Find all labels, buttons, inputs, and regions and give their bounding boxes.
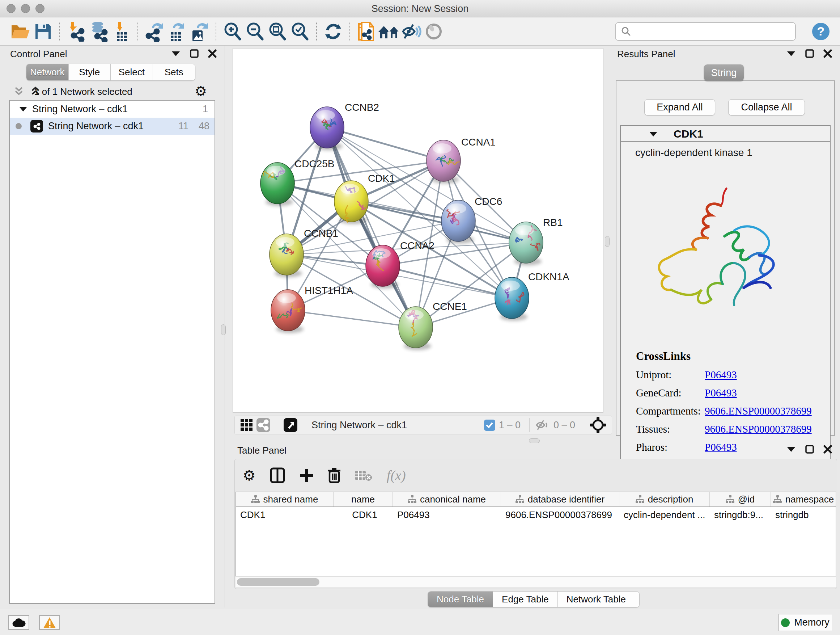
table-settings-gear-icon[interactable]: ⚙ [243, 468, 256, 483]
table-row[interactable]: CDK1CDK1P064939606.ENSP00000378699cyclin… [236, 507, 836, 523]
delete-trash-icon[interactable] [327, 467, 341, 484]
table-cell[interactable]: 9606.ENSP00000378699 [501, 507, 619, 523]
birdseye-view-button[interactable] [238, 417, 255, 433]
import-table-file-button[interactable] [110, 20, 133, 43]
selected-nodes-checkbox[interactable] [484, 420, 495, 431]
share-document-button[interactable] [355, 20, 378, 43]
crosslink-link[interactable]: 9606.ENSP00000378699 [705, 405, 812, 417]
cloud-status-button[interactable] [8, 615, 29, 630]
network-row[interactable]: String Network – cdk1 11 48 [10, 118, 215, 135]
import-network-file-button[interactable] [65, 20, 88, 43]
open-in-new-window-button[interactable] [282, 417, 299, 433]
hidden-eye-icon[interactable] [535, 419, 550, 431]
column-header-canonical-name[interactable]: canonical name [393, 492, 501, 507]
protein-structure-image [643, 173, 780, 307]
table-cell[interactable]: stringdb:9... [710, 507, 771, 523]
crosslink-row: GeneCard:P06493 [636, 387, 812, 399]
column-header--id[interactable]: @id [710, 492, 771, 507]
panel-collapse-icon[interactable] [171, 50, 180, 57]
tree-expand-icon[interactable] [19, 106, 27, 112]
save-session-button[interactable] [32, 20, 54, 43]
warning-status-button[interactable] [39, 615, 60, 630]
collapse-all-button[interactable]: Collapse All [728, 99, 805, 116]
zoom-selected-button[interactable] [289, 20, 311, 43]
crosslink-link[interactable]: P06493 [705, 387, 737, 399]
memory-status-dot [781, 618, 790, 627]
panel-float-icon[interactable] [805, 445, 814, 454]
panel-close-icon[interactable] [823, 445, 832, 454]
network-options-gear-icon[interactable]: ⚙ [195, 83, 207, 99]
tab-string[interactable]: String [704, 65, 744, 81]
panel-float-icon[interactable] [805, 49, 814, 58]
open-session-button[interactable] [9, 20, 32, 43]
home-button[interactable] [378, 20, 400, 43]
clear-table-icon[interactable] [355, 469, 373, 482]
split-columns-icon[interactable] [270, 467, 286, 484]
network-canvas[interactable]: CCNB2CCNA1CDC25BCDK1CDC6RB1CCNB1CCNA2HIS… [233, 48, 603, 413]
collection-label: String Network – cdk1 [32, 103, 128, 115]
tab-style[interactable]: Style [69, 64, 111, 80]
zoom-out-icon [245, 21, 265, 42]
gene-collapse-icon[interactable] [649, 131, 658, 137]
panel-float-icon[interactable] [190, 49, 199, 58]
network-edge-count: 48 [199, 120, 210, 132]
tab-node-table[interactable]: Node Table [428, 592, 493, 607]
toolbar-separator [529, 418, 530, 432]
close-window-button[interactable] [6, 4, 16, 13]
column-header-database-identifier[interactable]: database identifier [501, 492, 619, 507]
panel-close-icon[interactable] [823, 49, 832, 58]
search-box[interactable] [615, 22, 796, 41]
table-panel: Table Panel ⚙ [232, 440, 840, 608]
control-panel-title: Control Panel [10, 49, 67, 60]
table-cell[interactable]: cyclin-dependent ... [619, 507, 710, 523]
refresh-button[interactable] [322, 20, 344, 43]
import-network-database-button[interactable] [88, 20, 110, 43]
inspect-button[interactable] [423, 20, 445, 43]
table-cell[interactable]: P06493 [393, 507, 501, 523]
crosslink-link[interactable]: 9606.ENSP00000378699 [705, 423, 812, 435]
pan-crosshair-icon[interactable] [589, 416, 607, 434]
fit-content-button[interactable] [266, 20, 289, 43]
status-bar: Memory [0, 609, 840, 635]
node-table[interactable]: shared namenamecanonical namedatabase id… [235, 492, 836, 578]
network-collection-row[interactable]: String Network – cdk1 1 [10, 101, 215, 118]
hide-glasses-button[interactable] [400, 20, 423, 43]
table-cell[interactable]: CDK1 [236, 507, 333, 523]
help-button[interactable]: ? [810, 20, 832, 43]
export-network-button[interactable] [143, 20, 166, 43]
panel-close-icon[interactable] [208, 49, 217, 58]
gene-section-header[interactable]: CDK1 [621, 126, 830, 142]
help-icon: ? [812, 22, 830, 41]
table-cell[interactable]: stringdb [771, 507, 836, 523]
tab-select[interactable]: Select [111, 64, 153, 80]
tab-network-table[interactable]: Network Table [558, 592, 635, 607]
maximize-window-button[interactable] [35, 4, 44, 13]
expand-all-button[interactable]: Expand All [644, 99, 715, 116]
tab-sets[interactable]: Sets [153, 64, 195, 80]
tab-network[interactable]: Network [27, 64, 69, 80]
column-header-description[interactable]: description [619, 492, 710, 507]
search-input[interactable] [632, 26, 790, 37]
scrollbar-thumb[interactable] [237, 578, 319, 586]
function-builder-icon[interactable]: f(x) [387, 467, 406, 483]
share-network-button[interactable] [255, 417, 272, 433]
column-header-namespace[interactable]: namespace [771, 492, 836, 507]
export-table-button[interactable] [166, 20, 188, 43]
panel-collapse-icon[interactable] [786, 446, 796, 453]
tab-edge-table[interactable]: Edge Table [493, 592, 558, 607]
memory-button[interactable]: Memory [778, 614, 832, 631]
table-cell[interactable]: CDK1 [333, 507, 393, 523]
table-horizontal-scrollbar[interactable] [235, 576, 836, 587]
crosslink-link[interactable]: P06493 [705, 369, 737, 381]
export-image-button[interactable] [188, 20, 210, 43]
column-header-name[interactable]: name [333, 492, 393, 507]
network-graph[interactable]: CCNB2CCNA1CDC25BCDK1CDC6RB1CCNB1CCNA2HIS… [233, 49, 603, 412]
column-header-shared-name[interactable]: shared name [236, 492, 333, 507]
zoom-out-button[interactable] [244, 20, 266, 43]
add-icon[interactable] [299, 468, 314, 483]
right-splitter-grip[interactable] [605, 236, 609, 247]
panel-collapse-icon[interactable] [786, 50, 796, 57]
zoom-in-button[interactable] [221, 20, 244, 43]
minimize-window-button[interactable] [21, 4, 30, 13]
left-splitter-grip[interactable] [221, 325, 226, 335]
